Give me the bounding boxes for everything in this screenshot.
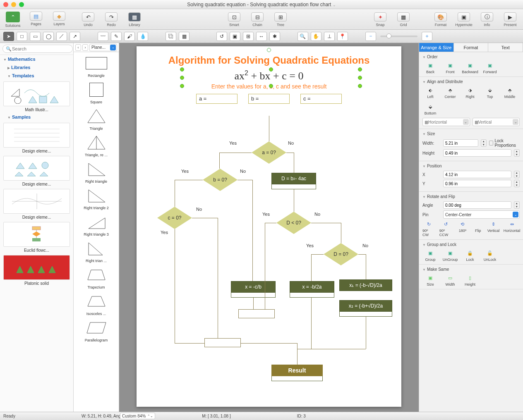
input-c[interactable]: c = xyxy=(300,94,342,104)
process-xcb[interactable]: x = -c/b xyxy=(231,281,276,293)
zoom-slider[interactable] xyxy=(380,36,417,37)
section-samples[interactable]: ▼Samples xyxy=(0,113,73,121)
same-header[interactable]: Make Same xyxy=(427,267,449,272)
ellipse-tool[interactable]: ◯ xyxy=(43,32,54,41)
format-button[interactable]: 🎨Format xyxy=(430,12,451,27)
resize-handle-icon[interactable] xyxy=(358,84,362,88)
rect-tool[interactable]: ▭ xyxy=(30,32,41,41)
sample-item[interactable]: Design eleme... xyxy=(3,189,70,220)
resize-handle-icon[interactable] xyxy=(269,67,273,72)
shape-item[interactable]: Right triangle 2 xyxy=(78,186,115,210)
tab-arrange[interactable]: Arrange & Size xyxy=(419,43,454,52)
process-xb2a[interactable]: x = -b/2a xyxy=(290,281,334,293)
resize-handle-icon[interactable] xyxy=(269,84,273,88)
solutions-button[interactable]: ⌃Solutions xyxy=(2,12,23,28)
size-header[interactable]: Size xyxy=(427,131,435,136)
selection-box[interactable] xyxy=(182,69,360,86)
align-top-button[interactable]: ⬙Top xyxy=(482,86,498,99)
op5-tool[interactable]: ✱ xyxy=(269,32,280,41)
align-center-button[interactable]: ⬘Center xyxy=(442,86,458,99)
op2-tool[interactable]: ▣ xyxy=(230,32,240,41)
shape-item[interactable]: Square xyxy=(78,80,115,104)
brush-tool[interactable]: 🖌 xyxy=(124,32,135,41)
eyedrop-tool[interactable]: 💧 xyxy=(137,32,148,41)
order-back-button[interactable]: ▣Back xyxy=(422,62,438,74)
same-size-button[interactable]: ▣Size xyxy=(422,274,438,286)
section-libraries[interactable]: ▶Libraries xyxy=(0,63,73,72)
smart-button[interactable]: ⊡Smart xyxy=(224,12,245,27)
angle-input[interactable] xyxy=(443,201,511,209)
search-input[interactable] xyxy=(2,45,73,53)
arrow-tool[interactable]: ↗ xyxy=(70,32,80,41)
distribute-vert-select[interactable]: ▦ Vertical⌄ xyxy=(473,118,520,126)
chain-button[interactable]: ⊟Chain xyxy=(247,12,268,27)
line-tool[interactable]: ／ xyxy=(56,32,67,41)
shapes-prev[interactable]: ‹ xyxy=(75,44,81,51)
template-item[interactable]: Math Illustr... xyxy=(3,81,70,112)
result-box[interactable]: Result xyxy=(271,365,323,376)
table-tool[interactable]: ▦ xyxy=(179,32,190,41)
library-button[interactable]: ▦Library xyxy=(124,12,145,27)
shape-item[interactable]: Right triangle 3 xyxy=(78,212,115,236)
zoom-select[interactable]: Custom 84%⌃⌄ xyxy=(120,413,155,419)
curve-tool[interactable]: 〰 xyxy=(98,32,108,41)
present-button[interactable]: ▶Present xyxy=(500,12,521,27)
y-input[interactable] xyxy=(443,180,511,187)
rotate-ccw-button[interactable]: ↺90º CCW xyxy=(439,220,452,237)
text-tool[interactable]: □ xyxy=(17,32,27,41)
lock-button[interactable]: 🔒Lock xyxy=(462,249,478,262)
tab-format[interactable]: Format xyxy=(454,43,489,52)
op4-tool[interactable]: ↔ xyxy=(256,32,267,41)
grid-button[interactable]: ▦Grid xyxy=(393,12,414,27)
angle-stepper[interactable]: ▴▾ xyxy=(514,201,520,209)
snap-button[interactable]: ✦Snap xyxy=(370,12,391,27)
pages-button[interactable]: ▤Pages xyxy=(26,12,46,26)
shape-item[interactable]: Right triangle xyxy=(78,160,115,184)
layers-button[interactable]: ◆Layers xyxy=(49,12,70,26)
sample-item[interactable]: Design eleme... xyxy=(3,123,70,153)
group-button[interactable]: ▣Group xyxy=(422,249,438,262)
order-forward-button[interactable]: ▣Forward xyxy=(482,62,498,74)
shape-item[interactable]: Triangle, re ... xyxy=(78,133,115,157)
align-middle-button[interactable]: ⬘Middle xyxy=(502,86,518,99)
info-button[interactable]: ⓘInfo xyxy=(477,12,497,27)
sample-item[interactable]: Design eleme... xyxy=(3,156,70,186)
tree-button[interactable]: ⊞Tree xyxy=(270,12,291,27)
same-height-button[interactable]: ▯Height xyxy=(462,274,478,286)
align-bottom-button[interactable]: ⬙Bottom xyxy=(422,103,438,115)
unlock-button[interactable]: 🔓UnLock xyxy=(482,249,498,262)
redo-button[interactable]: ↷Redo xyxy=(101,12,122,27)
decision-c0[interactable]: c = 0? xyxy=(157,207,192,229)
decision-b0[interactable]: b = 0? xyxy=(203,169,238,191)
hypernote-button[interactable]: ▣Hypernote xyxy=(453,12,474,27)
decision-deq[interactable]: D = 0? xyxy=(324,243,358,265)
input-a[interactable]: a = xyxy=(196,94,238,104)
op3-tool[interactable]: ⊞ xyxy=(243,32,254,41)
select-tool[interactable]: ➤ xyxy=(3,32,14,41)
flip-horiz-button[interactable]: ⇔Horizontal xyxy=(504,220,520,237)
section-templates[interactable]: ▼Templates xyxy=(0,72,73,80)
resize-handle-icon[interactable] xyxy=(180,67,184,72)
sample-item[interactable]: Euclid flowc... xyxy=(3,222,70,253)
group-header[interactable]: Group and Lock xyxy=(427,242,456,247)
shape-item[interactable]: Trapezium xyxy=(78,265,115,289)
shape-item[interactable]: Parallelogram xyxy=(78,318,115,342)
same-width-button[interactable]: ▭Width xyxy=(442,274,458,286)
order-front-button[interactable]: ▣Front xyxy=(442,62,458,74)
distribute-horiz-select[interactable]: ▦ Horizontal⌄ xyxy=(422,118,470,126)
pen-tool[interactable]: ✎ xyxy=(111,32,122,41)
section-mathematics[interactable]: ▼Mathematics xyxy=(0,55,73,63)
resize-handle-icon[interactable] xyxy=(358,67,362,72)
tab-text[interactable]: Text xyxy=(488,43,523,52)
hand-tool[interactable]: ✋ xyxy=(311,32,321,41)
process-dcalc[interactable]: D = b2 - 4ac xyxy=(271,173,316,184)
height-input[interactable] xyxy=(443,149,511,157)
resize-handle-icon[interactable] xyxy=(180,76,184,80)
shape-item[interactable]: Isosceles ... xyxy=(78,292,115,316)
crop-tool[interactable]: ⿻ xyxy=(166,32,176,41)
align-left-button[interactable]: ⬖Left xyxy=(422,86,438,99)
zoom-out-button[interactable]: － xyxy=(365,32,376,41)
order-header[interactable]: Order xyxy=(427,55,438,59)
order-backward-button[interactable]: ▣Backward xyxy=(462,62,478,74)
shape-item[interactable]: Triangle xyxy=(78,107,115,131)
